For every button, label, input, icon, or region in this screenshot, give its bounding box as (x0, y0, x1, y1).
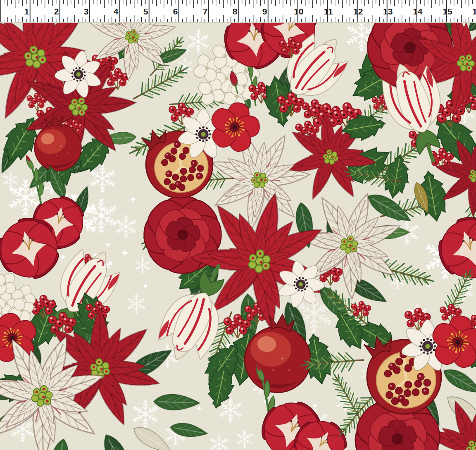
ruler-number: 5 (143, 7, 148, 16)
ruler-number: 7 (203, 7, 208, 16)
ruler-number: 13 (383, 7, 393, 16)
ruler-number: 9 (262, 7, 267, 16)
ruler-number: 10 (294, 7, 303, 16)
fabric-svg (0, 23, 476, 450)
ruler-number: 4 (114, 7, 119, 16)
fabric-swatch-photo: 12345678910111213141516 (0, 0, 476, 450)
ruler-number: 16 (472, 7, 476, 16)
ruler-number: 11 (324, 7, 333, 16)
fabric-print (0, 23, 476, 450)
ruler-number: 2 (54, 7, 59, 16)
ruler-number: 3 (84, 7, 89, 16)
ruler-number: 6 (173, 7, 178, 16)
ruler-number: 1 (24, 7, 29, 16)
ruler-number: 12 (353, 7, 363, 16)
ruler-number: 8 (233, 7, 238, 16)
measuring-ruler: 12345678910111213141516 (0, 0, 476, 23)
ruler-svg: 12345678910111213141516 (0, 0, 476, 23)
ruler-number: 15 (443, 7, 452, 16)
ruler-number: 14 (413, 7, 423, 16)
